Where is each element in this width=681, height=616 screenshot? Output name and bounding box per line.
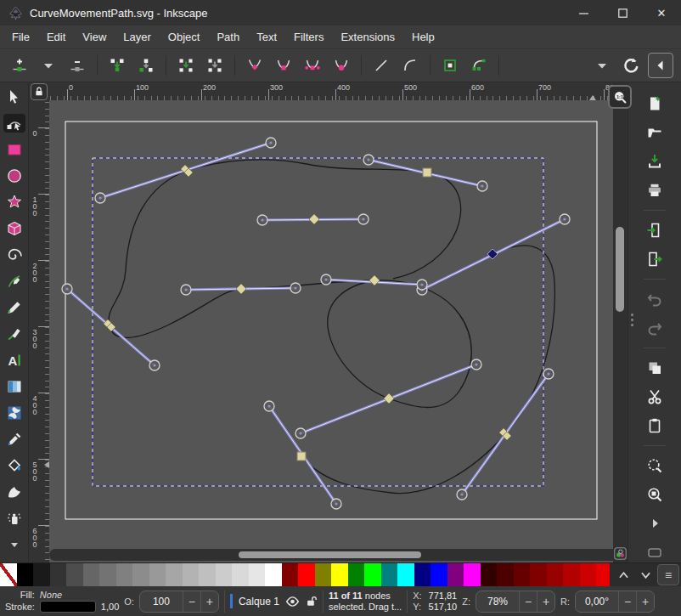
tool-text[interactable]: A	[3, 351, 25, 370]
zoom-1-1-button[interactable]: 1:1	[608, 85, 632, 109]
color-swatch[interactable]	[199, 563, 216, 586]
control-handle-dot[interactable]	[294, 286, 296, 289]
palette-menu-button[interactable]: ≡	[657, 564, 679, 585]
rotation-spinbox[interactable]: 0,00° − +	[575, 591, 655, 613]
control-handle-dot[interactable]	[98, 196, 101, 199]
control-handle-dot[interactable]	[481, 184, 483, 187]
zoom-drawing-button[interactable]	[644, 485, 665, 504]
control-handle-dot[interactable]	[547, 372, 549, 375]
tool-tweak[interactable]	[3, 483, 25, 501]
color-swatch[interactable]	[183, 563, 200, 586]
color-swatch[interactable]	[580, 563, 597, 586]
control-handle-dot[interactable]	[184, 288, 187, 291]
color-swatch[interactable]	[331, 563, 348, 586]
swatch-none[interactable]	[0, 563, 17, 586]
tool-selector[interactable]	[3, 88, 25, 106]
tool-star[interactable]	[3, 193, 25, 212]
new-document-button[interactable]	[644, 94, 665, 113]
print-button[interactable]	[644, 181, 665, 200]
rotation-increase-button[interactable]: +	[636, 591, 654, 612]
control-handle-dot[interactable]	[335, 502, 337, 505]
layer-indicator[interactable]: Calque 1	[230, 594, 318, 608]
import-button[interactable]	[644, 221, 665, 240]
save-document-button[interactable]	[644, 152, 665, 171]
control-handle-dot[interactable]	[65, 287, 68, 290]
color-swatch[interactable]	[530, 563, 547, 586]
stroke-color-swatch[interactable]	[40, 601, 96, 613]
paste-button[interactable]	[644, 416, 665, 435]
minimize-button[interactable]	[564, 0, 603, 25]
path-node[interactable]	[297, 452, 306, 461]
insert-node-button[interactable]	[8, 54, 31, 77]
tool-dropper[interactable]	[3, 430, 25, 449]
palette-scroll-up-button[interactable]	[613, 565, 633, 585]
color-swatch[interactable]	[265, 563, 282, 586]
control-handle-dot[interactable]	[324, 278, 327, 280]
control-handle-dot[interactable]	[269, 141, 272, 144]
more-commands-button[interactable]	[644, 514, 665, 533]
tool-paint-bucket[interactable]	[3, 456, 25, 475]
opacity-value[interactable]: 100	[140, 596, 183, 608]
collapse-toolbar-button[interactable]	[648, 53, 673, 78]
tool-more-tools[interactable]	[3, 535, 25, 554]
color-swatch[interactable]	[66, 563, 83, 586]
tool-spray[interactable]	[3, 509, 25, 528]
color-swatch[interactable]	[481, 563, 498, 586]
color-swatch[interactable]	[116, 563, 133, 586]
color-swatch[interactable]	[33, 563, 50, 586]
vertical-scrollbar[interactable]	[613, 82, 628, 562]
tool-spiral[interactable]	[3, 246, 25, 264]
layer-lock-open-icon[interactable]	[306, 595, 318, 608]
color-management-icon[interactable]	[613, 545, 628, 561]
color-swatch[interactable]	[50, 563, 67, 586]
fill-stroke-indicator[interactable]: Fill: None Stroke: 1,00	[5, 590, 119, 613]
color-swatch[interactable]	[149, 563, 166, 586]
close-button[interactable]: ✕	[642, 0, 681, 25]
color-swatch[interactable]	[381, 563, 398, 586]
segment-line-button[interactable]	[369, 54, 393, 77]
node-symmetric-button[interactable]	[301, 54, 324, 77]
delete-node-button[interactable]	[65, 54, 89, 77]
maximize-button[interactable]	[603, 0, 642, 25]
opacity-increase-button[interactable]: +	[200, 591, 218, 612]
control-handle-dot[interactable]	[267, 404, 270, 407]
object-to-path-button[interactable]	[438, 54, 462, 77]
node-smooth-button[interactable]	[272, 54, 295, 77]
zoom-decrease-button[interactable]: −	[519, 591, 537, 612]
horizontal-scrollbar-thumb[interactable]	[239, 551, 421, 558]
control-handle-dot[interactable]	[475, 363, 477, 365]
layer-visibility-eye-icon[interactable]	[285, 596, 300, 608]
tool-node[interactable]	[3, 114, 25, 133]
control-handle-dot[interactable]	[362, 218, 364, 220]
delete-segment-button[interactable]	[203, 54, 227, 77]
color-swatch[interactable]	[166, 563, 183, 586]
duplicate-button[interactable]	[644, 359, 665, 377]
path-node[interactable]	[423, 168, 431, 177]
stroke-to-path-button[interactable]	[467, 54, 491, 77]
zoom-increase-button[interactable]: +	[537, 591, 554, 612]
rotation-value[interactable]: 0,00°	[576, 596, 618, 608]
color-swatch[interactable]	[17, 563, 34, 586]
show-transform-handles-button[interactable]	[619, 54, 643, 77]
color-swatch[interactable]	[464, 563, 481, 586]
color-swatch[interactable]	[83, 563, 100, 586]
tool-box-3d[interactable]	[3, 219, 25, 238]
tool-pen[interactable]	[3, 272, 25, 291]
color-swatch[interactable]	[298, 563, 315, 586]
color-swatch[interactable]	[282, 563, 299, 586]
menu-path[interactable]: Path	[208, 25, 248, 48]
break-nodes-button[interactable]	[134, 54, 158, 77]
node-corner-button[interactable]	[243, 54, 267, 77]
tool-mesh[interactable]	[3, 404, 25, 422]
color-swatch[interactable]	[563, 563, 580, 586]
color-swatch[interactable]	[514, 563, 531, 586]
control-handle-dot[interactable]	[153, 364, 155, 366]
join-nodes-button[interactable]	[105, 54, 129, 77]
tool-gradient[interactable]	[3, 377, 25, 396]
x-caret-button[interactable]	[590, 54, 614, 77]
zoom-selection-button[interactable]	[644, 456, 665, 475]
insert-node-caret-button[interactable]	[37, 54, 60, 77]
color-swatch[interactable]	[414, 563, 431, 586]
color-swatch[interactable]	[547, 563, 564, 586]
color-swatch[interactable]	[348, 563, 365, 586]
